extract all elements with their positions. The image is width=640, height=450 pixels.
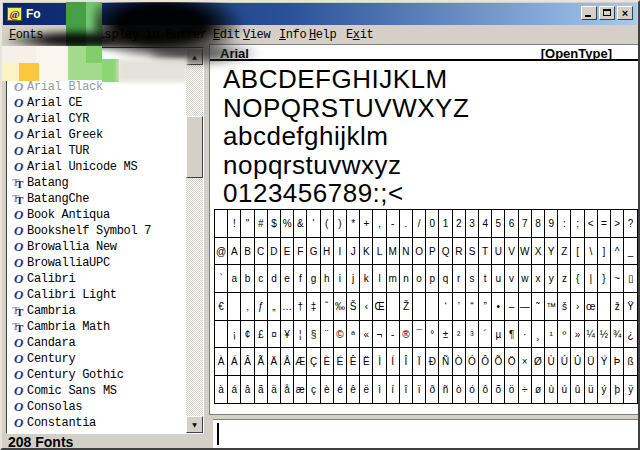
character-cell[interactable]: ¡ [228,320,241,348]
character-cell[interactable]: Î [399,348,412,376]
character-cell[interactable]: C [254,237,267,265]
character-cell[interactable] [413,293,426,321]
maximize-button[interactable] [599,6,615,20]
character-cell[interactable]: Ä [267,348,280,376]
character-cell[interactable]: ™ [545,293,558,321]
character-cell[interactable]: s [465,265,478,293]
font-list-item[interactable]: OArial Black [7,79,186,95]
character-cell[interactable]: h [320,265,333,293]
character-cell[interactable]: ^ [611,237,624,265]
font-list-item[interactable]: OConsolas [7,399,186,415]
character-cell[interactable]: ¨ [320,320,333,348]
character-cell[interactable]: Z [558,237,571,265]
character-cell[interactable]: î [399,376,412,404]
character-cell[interactable]: ¦ [294,320,307,348]
menu-item-display-in-buffer[interactable]: Display in Buffer [91,28,207,42]
character-cell[interactable]: 4 [479,210,492,238]
character-cell[interactable]: 7 [518,210,531,238]
character-cell[interactable]: ë [360,376,373,404]
character-cell[interactable]: : [558,210,571,238]
character-cell[interactable]: Í [386,348,399,376]
character-cell[interactable]: È [320,348,333,376]
character-cell[interactable]: E [281,237,294,265]
character-cell[interactable]: œ [584,293,597,321]
character-cell[interactable]: ˆ [320,293,333,321]
font-list-item[interactable]: OCentury Gothic [7,367,186,383]
buffer-input[interactable] [213,419,640,448]
character-cell[interactable]: ¾ [611,320,624,348]
character-cell[interactable]: Q [439,237,452,265]
font-list-item[interactable]: OBrowallia New [7,239,186,255]
character-cell[interactable]: Ô [479,348,492,376]
font-list-item[interactable]: TTBatangChe [7,191,186,207]
character-cell[interactable]: ç [307,376,320,404]
font-list-item[interactable]: OCalibri [7,271,186,287]
character-cell[interactable]: ¶ [505,320,518,348]
character-cell[interactable]: ÿ [624,376,638,404]
character-cell[interactable]: ” [479,293,492,321]
character-cell[interactable]: o [413,265,426,293]
character-cell[interactable]: # [254,210,267,238]
font-list-item[interactable]: OCentury [7,351,186,367]
character-cell[interactable]: Ð [426,348,439,376]
character-cell[interactable]: Ë [360,348,373,376]
character-cell[interactable]: ³ [465,320,478,348]
character-cell[interactable]: R [452,237,465,265]
character-cell[interactable]: Å [281,348,294,376]
character-cell[interactable]: ã [254,376,267,404]
character-cell[interactable] [426,293,439,321]
character-cell[interactable]: • [492,293,505,321]
character-cell[interactable]: Š [347,293,360,321]
character-cell[interactable] [215,320,228,348]
character-cell[interactable]: I [333,237,346,265]
character-cell[interactable]: i [333,265,346,293]
character-cell[interactable]: ® [399,320,412,348]
menu-item-edit[interactable]: Edit [213,28,240,42]
character-cell[interactable]: ‚ [241,293,254,321]
character-cell[interactable]: â [241,376,254,404]
character-cell[interactable] [597,293,610,321]
character-cell[interactable]: ý [597,376,610,404]
font-listbox[interactable]: OArial BlackOArial CEOArial CYROArial Gr… [6,47,204,434]
character-cell[interactable]: c [254,265,267,293]
character-cell[interactable]: é [333,376,346,404]
character-cell[interactable]: ð [426,376,439,404]
menu-item-fonts[interactable]: Fonts [9,28,43,42]
character-cell[interactable]: e [281,265,294,293]
character-cell[interactable]: 0 [426,210,439,238]
character-cell[interactable]: õ [492,376,505,404]
character-cell[interactable]: y [545,265,558,293]
character-cell[interactable]: ‡ [307,293,320,321]
character-cell[interactable]: p [426,265,439,293]
character-cell[interactable]: á [228,376,241,404]
character-cell[interactable]: M [386,237,399,265]
character-cell[interactable]: ¥ [281,320,294,348]
character-cell[interactable]: Ö [505,348,518,376]
character-cell[interactable]: í [386,376,399,404]
character-grid[interactable]: !"#$%&'()*+,-./0123456789:;<=>?@ABCDEFGH… [214,209,638,404]
font-list-item[interactable]: OCalibri Light [7,287,186,303]
font-list-item[interactable]: OBook Antiqua [7,207,186,223]
character-cell[interactable]: 2 [452,210,465,238]
character-cell[interactable]: ï [413,376,426,404]
character-cell[interactable]: ö [505,376,518,404]
character-cell[interactable]: J [347,237,360,265]
character-cell[interactable]: ¼ [584,320,597,348]
character-cell[interactable]: û [571,376,584,404]
character-cell[interactable]: m [386,265,399,293]
character-cell[interactable]: É [333,348,346,376]
character-cell[interactable]: W [518,237,531,265]
character-cell[interactable]: } [597,265,610,293]
character-cell[interactable]: - [386,320,399,348]
character-cell[interactable]: S [465,237,478,265]
character-cell[interactable]: T [479,237,492,265]
character-cell[interactable]: z [558,265,571,293]
character-cell[interactable]: ( [320,210,333,238]
character-cell[interactable]: ‰ [333,293,346,321]
character-cell[interactable]: q [439,265,452,293]
character-cell[interactable]: Ì [373,348,386,376]
character-cell[interactable]: = [597,210,610,238]
character-cell[interactable]: Ò [452,348,465,376]
font-list-item[interactable]: TTBatang [7,175,186,191]
character-cell[interactable]: ' [307,210,320,238]
